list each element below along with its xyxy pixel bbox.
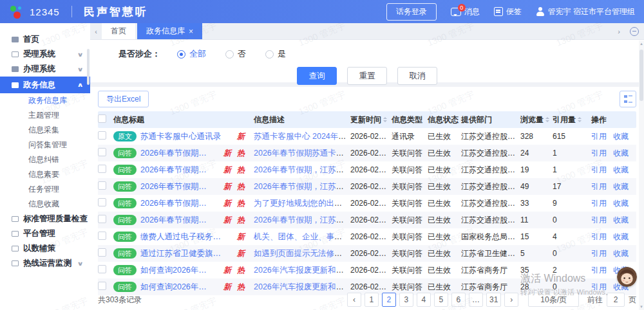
favorite-link[interactable]: 收藏 [613,232,629,242]
favorite-link[interactable]: 收藏 [613,215,629,226]
next-page-button[interactable]: › [504,293,518,307]
sidebar-item-gov-info[interactable]: 政务信息∧ [0,77,90,93]
sidebar-subitem[interactable]: 任务管理 [0,182,90,197]
cite-link[interactable]: 引用 [591,232,607,242]
row-title-link[interactable]: 2026年春节假期，江苏省高速公... [140,181,214,192]
close-icon[interactable]: × [189,28,193,35]
cite-link[interactable]: 引用 [591,131,607,142]
col-update-time[interactable]: 更新时间 [350,114,392,125]
cite-link[interactable]: 引用 [591,215,607,226]
row-desc-link[interactable]: 机关、团体、企业、事业单位和民办... [254,232,350,241]
cite-link[interactable]: 引用 [591,265,607,276]
sort-icon[interactable] [383,117,387,122]
tab-scroll-left-button[interactable]: ‹ [90,23,102,39]
export-excel-button[interactable]: 导出Excel [98,91,149,107]
row-checkbox[interactable] [98,265,106,273]
sidebar-subitem[interactable]: 政务信息库 [0,93,90,108]
tab-item[interactable]: 首页 [102,23,135,39]
row-checkbox[interactable] [98,198,106,206]
favorite-link[interactable]: 收藏 [613,248,629,259]
radio-option[interactable]: 全部 [177,48,206,60]
row-checkbox[interactable] [98,165,106,173]
sidebar-subitem[interactable]: 问答集管理 [0,138,90,152]
row-title-link[interactable]: 缴费人通过电子税务局如何申报缴纳残... [140,232,227,242]
tab-scroll-right-button[interactable]: › [613,28,625,35]
row-checkbox[interactable] [98,148,106,156]
row-desc-link[interactable]: 2026年汽车报废更新和汽车置换更新... [254,266,350,275]
cite-link[interactable]: 引用 [591,165,607,176]
row-checkbox[interactable] [98,181,106,190]
sidebar-item-home[interactable]: 首页 [0,32,90,47]
sort-icon[interactable] [578,117,582,122]
reset-button[interactable]: 重置 [347,67,387,85]
select-all-checkbox[interactable] [98,114,106,123]
row-title-link[interactable]: 通过江苏省卫健委旗舰店修订企业标准... [140,248,227,259]
page-button[interactable]: 5 [434,293,448,307]
sidebar-item-accept-system[interactable]: 受理系统∨ [0,47,90,62]
message-button[interactable]: 0 消息 [451,6,480,17]
sort-icon[interactable] [545,117,549,122]
row-desc-link[interactable]: 2026年春节假期苏通卡客服中心（网... [254,149,350,158]
row-checkbox[interactable] [98,215,106,223]
tab-item[interactable]: 政务信息库× [137,23,202,39]
row-desc-link[interactable]: 2026年春节假期，江苏高速在全路网... [254,165,350,174]
row-title-link[interactable]: 2026年春节假期，危险品运输车... [140,215,214,226]
sidebar-subitem[interactable]: 信息收藏 [0,197,90,212]
page-button[interactable]: 3 [399,293,413,307]
column-settings-button[interactable] [620,91,636,107]
user-avatar[interactable] [617,267,637,287]
page-button[interactable]: 1 [365,293,379,307]
row-title-link[interactable]: 2026年春节假期，江苏高速因交... [140,198,214,209]
vertical-scrollbar[interactable]: ▲ ▼ [639,41,644,310]
sidebar-subitem[interactable]: 信息素要 [0,167,90,182]
sidebar-scrollbar[interactable] [87,49,90,85]
page-button[interactable]: 31 [486,293,501,307]
col-cites[interactable]: 引用量 [553,114,591,125]
cite-link[interactable]: 引用 [591,198,607,209]
row-desc-link[interactable]: 为了更好地规划您的出行，建议您提... [254,199,350,208]
row-desc-link[interactable]: 2026年春节假期，江苏省高速公路对... [254,215,350,224]
row-desc-link[interactable]: 2026年春节假期，江苏省高速公路对... [254,182,350,191]
radio-option[interactable]: 否 [225,48,246,60]
row-title-link[interactable]: 2026年春节假期江苏高速共设置... [140,165,214,176]
row-checkbox[interactable] [98,248,106,257]
favorite-link[interactable]: 收藏 [613,131,629,142]
sidebar-item-hotline-monitor[interactable]: 热线运营监测∨ [0,256,90,271]
favorite-link[interactable]: 收藏 [613,198,629,209]
sidebar-subitem[interactable]: 信息纠错 [0,152,90,167]
row-desc-link[interactable]: 苏通卡客服中心 2024年9月6日起，... [254,132,350,141]
query-button[interactable]: 查询 [297,67,337,85]
cite-link[interactable]: 引用 [591,181,607,192]
sidebar-item-platform-management[interactable]: 平台管理 [0,226,90,241]
cancel-button[interactable]: 取消 [397,67,437,85]
sidebar-item-process-system[interactable]: 办理系统∨ [0,62,90,77]
tab-actions-button[interactable] [630,27,639,36]
cite-link[interactable]: 引用 [591,248,607,259]
page-size-select[interactable]: 10条/页 [528,293,579,307]
sidebar-subitem[interactable]: 信息采集 [0,123,90,138]
page-button[interactable]: 2 [382,293,396,307]
row-checkbox[interactable] [98,232,106,240]
cite-link[interactable]: 引用 [591,148,607,159]
page-button[interactable]: 6 [451,293,466,307]
row-desc-link[interactable]: 如遇到页面提示无法修改处理的情况... [254,249,350,258]
user-menu[interactable]: 管宪宇 宿迁市平台管理组 [536,6,635,17]
page-button[interactable]: 4 [417,293,431,307]
favorite-link[interactable]: 收藏 [613,165,629,176]
row-checkbox[interactable] [98,131,106,140]
prev-page-button[interactable]: ‹ [347,293,361,307]
goto-page-input[interactable] [607,293,625,307]
radio-option[interactable]: 是 [265,48,286,60]
call-login-button[interactable]: 话务登录 [386,3,437,21]
row-title-link[interactable]: 2026年春节假期苏通卡客服中心... [140,148,214,159]
sidebar-item-data-assist[interactable]: 以数辅策 [0,241,90,256]
favorite-link[interactable]: 收藏 [613,181,629,192]
row-title-link[interactable]: 如何查询2026年汽车报废更新和... [140,265,214,276]
sidebar-subitem[interactable]: 主题管理 [0,108,90,123]
row-title-link[interactable]: 苏通卡客服中心通讯录 [140,131,221,142]
favorite-link[interactable]: 收藏 [613,148,629,159]
scroll-thumb[interactable] [639,50,643,101]
memo-button[interactable]: 便签 [494,6,522,17]
scroll-down-icon[interactable]: ▼ [639,305,644,309]
scroll-up-icon[interactable]: ▲ [639,42,644,46]
